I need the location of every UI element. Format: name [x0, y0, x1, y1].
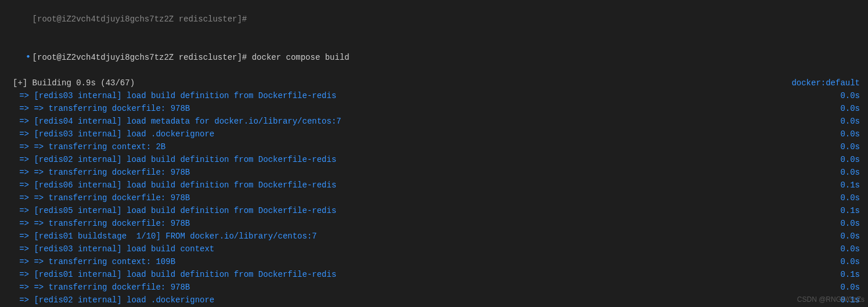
build-step-time: 0.0s	[840, 243, 863, 255]
build-step-row: => [redis03 internal] load build context…	[5, 243, 863, 255]
shell-command: docker compose build	[252, 53, 350, 62]
build-step-text: => [redis04 internal] load metadata for …	[5, 115, 341, 128]
build-step-row: => => transferring dockerfile: 978B0.0s	[5, 166, 863, 179]
build-status-row: [+] Building 0.9s (43/67) docker:default	[5, 77, 863, 89]
build-step-time: 0.0s	[840, 128, 863, 140]
shell-prompt-prev: [root@iZ2vch4tdjuyi8gchs7tz2Z redisclust…	[33, 15, 247, 24]
build-step-time: 0.0s	[840, 89, 863, 102]
build-step-row: => => transferring context: 109B0.0s	[5, 255, 863, 268]
build-step-time: 0.1s	[840, 268, 863, 281]
build-step-text: => [redis03 internal] load build definit…	[5, 89, 336, 102]
build-step-text: => => transferring dockerfile: 978B	[5, 102, 190, 115]
build-step-time: 0.1s	[840, 204, 863, 217]
build-step-time: 0.0s	[840, 217, 863, 230]
build-step-time: 0.0s	[840, 102, 863, 115]
build-step-row: => => transferring dockerfile: 978B0.0s	[5, 217, 863, 230]
build-step-text: => [redis06 internal] load build definit…	[5, 179, 336, 192]
build-step-row: => [redis02 internal] load build definit…	[5, 153, 863, 166]
build-step-text: => => transferring context: 2B	[5, 140, 165, 153]
build-step-time: 0.0s	[840, 281, 863, 294]
shell-prompt: [root@iZ2vch4tdjuyi8gchs7tz2Z redisclust…	[33, 53, 247, 62]
build-step-text: => => transferring dockerfile: 978B	[5, 192, 190, 204]
build-step-row: => [redis03 internal] load build definit…	[5, 89, 863, 102]
build-step-text: => => transferring dockerfile: 978B	[5, 217, 190, 230]
terminal-output[interactable]: [root@iZ2vch4tdjuyi8gchs7tz2Z redisclust…	[0, 0, 868, 307]
build-step-row: => => transferring dockerfile: 978B0.0s	[5, 192, 863, 204]
build-step-row: => [redis01 buildstage 1/10] FROM docker…	[5, 230, 863, 243]
build-step-text: => [redis03 internal] load build context	[5, 243, 214, 255]
build-step-time: 0.0s	[840, 255, 863, 268]
build-step-text: => [redis05 internal] load build definit…	[5, 204, 336, 217]
build-step-row: => => transferring dockerfile: 978B0.0s	[5, 281, 863, 294]
build-step-time: 0.0s	[840, 192, 863, 204]
build-step-row: => [redis06 internal] load build definit…	[5, 179, 863, 192]
build-step-row: => [redis02 internal] load .dockerignore…	[5, 294, 863, 306]
docker-context: docker:default	[791, 77, 863, 89]
build-step-time: 0.0s	[840, 166, 863, 179]
prompt-line-prev: [root@iZ2vch4tdjuyi8gchs7tz2Z redisclust…	[5, 0, 863, 38]
build-step-time: 0.1s	[840, 179, 863, 192]
build-step-text: => [redis01 buildstage 1/10] FROM docker…	[5, 230, 317, 243]
build-step-time: 0.0s	[840, 153, 863, 166]
build-steps-list: => [redis03 internal] load build definit…	[5, 89, 863, 307]
build-step-text: => [redis01 internal] load build definit…	[5, 268, 336, 281]
build-step-row: => [redis04 internal] load metadata for …	[5, 115, 863, 128]
build-step-row: => => transferring context: 2B0.0s	[5, 140, 863, 153]
build-step-row: => => transferring dockerfile: 978B0.0s	[5, 102, 863, 115]
watermark: CSDN @RNGWGzZs	[797, 293, 865, 306]
modified-dot-icon: ●	[24, 50, 33, 63]
build-step-text: => [redis03 internal] load .dockerignore	[5, 128, 214, 140]
build-step-time: 0.0s	[840, 230, 863, 243]
build-step-text: => => transferring dockerfile: 978B	[5, 281, 190, 294]
build-step-text: => => transferring dockerfile: 978B	[5, 166, 190, 179]
build-step-row: => [redis01 internal] load build definit…	[5, 268, 863, 281]
prompt-line: ●[root@iZ2vch4tdjuyi8gchs7tz2Z redisclus…	[5, 38, 863, 77]
build-step-time: 0.0s	[840, 140, 863, 153]
build-step-text: => => transferring context: 109B	[5, 255, 175, 268]
build-status: [+] Building 0.9s (43/67)	[13, 78, 135, 88]
build-step-row: => [redis05 internal] load build definit…	[5, 204, 863, 217]
build-step-row: => [redis03 internal] load .dockerignore…	[5, 128, 863, 140]
build-step-time: 0.0s	[840, 115, 863, 128]
build-step-text: => [redis02 internal] load build definit…	[5, 153, 336, 166]
gutter-marker	[24, 13, 33, 26]
build-step-text: => [redis02 internal] load .dockerignore	[5, 294, 214, 306]
